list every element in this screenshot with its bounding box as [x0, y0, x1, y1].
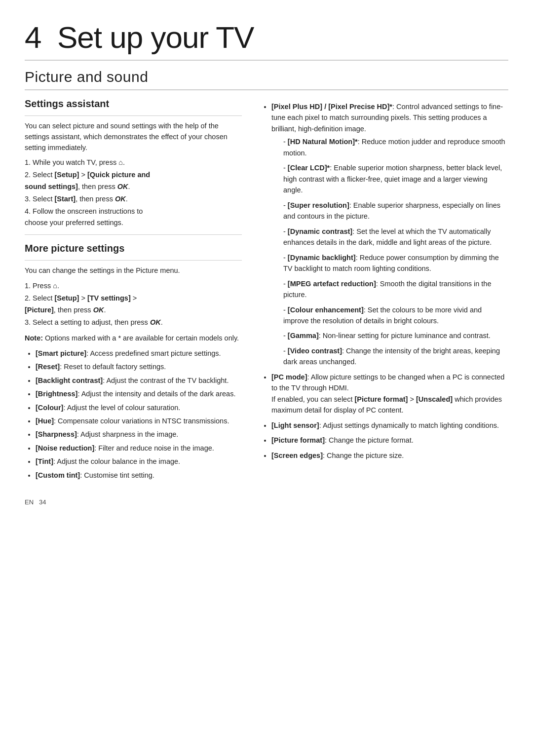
more-picture-settings-intro: You can change the settings in the Pictu…: [25, 265, 242, 276]
list-item: [Custom tint]: Customise tint setting.: [36, 470, 242, 481]
list-item: [Hue]: Compensate colour variations in N…: [36, 416, 242, 426]
note-text: Note: Options marked with a * are availa…: [25, 333, 242, 344]
step-4: 4. Follow the onscreen instructions toch…: [25, 206, 242, 228]
list-item: [Noise reduction]: Filter and reduce noi…: [36, 443, 242, 454]
section-title: Picture and sound: [25, 69, 508, 85]
sub-list-item: [Dynamic backlight]: Reduce power consum…: [283, 252, 508, 274]
list-item: [Sharpness]: Adjust sharpness in the ima…: [36, 429, 242, 440]
chapter-title: 4 Set up your TV: [25, 20, 508, 55]
right-column: [Pixel Plus HD] / [Pixel Precise HD]*: C…: [262, 98, 508, 484]
settings-assistant-section: Settings assistant You can select pictur…: [25, 98, 242, 228]
right-list-item-screen-edges: [Screen edges]: Change the picture size.: [271, 450, 508, 461]
sub-list-item: [Colour enhancement]: Set the colours to…: [283, 304, 508, 327]
right-list-item-light-sensor: [Light sensor]: Adjust settings dynamica…: [271, 420, 508, 431]
step-1: 1. While you watch TV, press ⌂.: [25, 157, 242, 168]
more-step-1: 1. Press ⌂.: [25, 280, 242, 292]
sub-list-item: [Video contrast]: Change the intensity o…: [283, 345, 508, 368]
sub-list-item: [Gamma]: Non-linear setting for picture …: [283, 330, 508, 341]
more-settings-divider: [25, 234, 242, 235]
sub-list-item: [Clear LCD]*: Enable superior motion sha…: [283, 162, 508, 195]
sub-list-item: [Super resolution]: Enable superior shar…: [283, 200, 508, 222]
more-picture-settings-section: More picture settings You can change the…: [25, 234, 242, 481]
list-item: [Reset]: Reset to default factory settin…: [36, 361, 242, 372]
more-picture-settings-heading: More picture settings: [25, 243, 242, 254]
list-item: [Smart picture]: Access predefined smart…: [36, 348, 242, 359]
left-column: Settings assistant You can select pictur…: [25, 98, 242, 484]
pixel-plus-sub-list: [HD Natural Motion]*: Reduce motion judd…: [271, 136, 508, 367]
page-footer: EN 34: [25, 498, 508, 506]
settings-assistant-intro: You can select picture and sound setting…: [25, 121, 242, 153]
footer-language: EN: [25, 498, 34, 506]
more-settings-divider-2: [25, 260, 242, 261]
right-feature-list: [Pixel Plus HD] / [Pixel Precise HD]*: C…: [262, 101, 508, 461]
list-item: [Backlight contrast]: Adjust the contras…: [36, 375, 242, 386]
assistant-divider: [25, 115, 242, 116]
right-list-item-picture-format: [Picture format]: Change the picture for…: [271, 435, 508, 446]
sub-list-item: [HD Natural Motion]*: Reduce motion judd…: [283, 136, 508, 158]
right-list-item-pixel-plus: [Pixel Plus HD] / [Pixel Precise HD]*: C…: [271, 101, 508, 368]
step-3: 3. Select [Start], then press OK.: [25, 193, 242, 205]
more-step-2: 2. Select [Setup] > [TV settings] >[Pict…: [25, 293, 242, 315]
more-picture-steps: 1. Press ⌂. 2. Select [Setup] > [TV sett…: [25, 280, 242, 328]
section-divider: [25, 89, 508, 90]
footer-page-number: 34: [39, 498, 46, 506]
list-item: [Brightness]: Adjust the intensity and d…: [36, 388, 242, 399]
main-layout: Settings assistant You can select pictur…: [25, 98, 508, 484]
sub-list-item: [MPEG artefact reduction]: Smooth the di…: [283, 278, 508, 301]
settings-assistant-heading: Settings assistant: [25, 98, 242, 110]
more-step-3: 3. Select a setting to adjust, then pres…: [25, 317, 242, 328]
right-list-item-pc-mode: [PC mode]: Allow picture settings to be …: [271, 372, 508, 416]
settings-assistant-steps: 1. While you watch TV, press ⌂. 2. Selec…: [25, 157, 242, 228]
list-item: [Tint]: Adjust the colour balance in the…: [36, 456, 242, 467]
step-2: 2. Select [Setup] > [Quick picture andso…: [25, 169, 242, 192]
sub-list-item: [Dynamic contrast]: Set the level at whi…: [283, 226, 508, 248]
title-divider: [25, 60, 508, 61]
left-feature-list: [Smart picture]: Access predefined smart…: [25, 348, 242, 481]
list-item: [Colour]: Adjust the level of colour sat…: [36, 402, 242, 413]
